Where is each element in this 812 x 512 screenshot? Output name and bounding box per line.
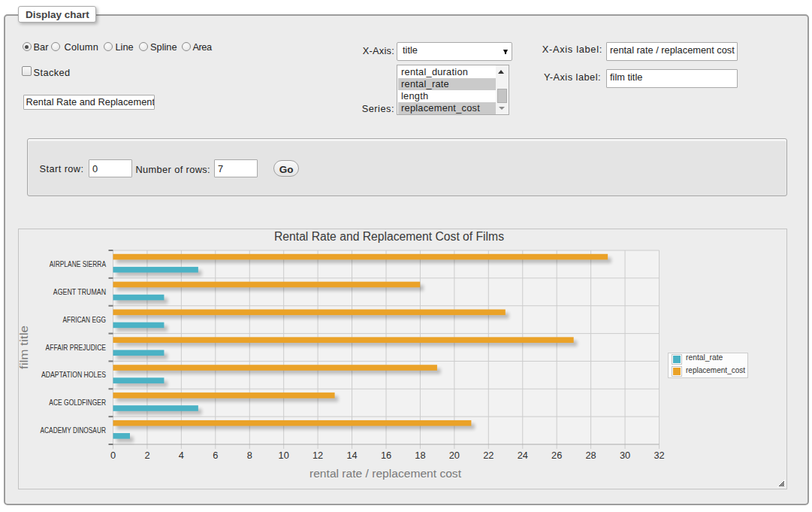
svg-text:10: 10 (279, 450, 289, 461)
svg-text:replacement_cost: replacement_cost (686, 365, 745, 374)
svg-text:30: 30 (620, 450, 630, 461)
svg-text:rental rate / replacement cost: rental rate / replacement cost (309, 468, 461, 480)
svg-text:Rental Rate and Replacement Co: Rental Rate and Replacement Cost of Film… (274, 230, 504, 243)
svg-text:32: 32 (654, 450, 664, 461)
svg-text:16: 16 (381, 450, 391, 461)
svg-text:0: 0 (110, 450, 116, 461)
svg-text:4: 4 (179, 450, 184, 461)
svg-text:26: 26 (551, 450, 562, 461)
svg-text:28: 28 (586, 450, 596, 461)
svg-text:2: 2 (144, 450, 149, 461)
svg-text:6: 6 (213, 450, 218, 461)
svg-text:20: 20 (449, 450, 460, 461)
svg-text:rental_rate: rental_rate (686, 353, 723, 362)
svg-text:AGENT TRUMAN: AGENT TRUMAN (53, 288, 106, 296)
svg-text:18: 18 (415, 450, 425, 461)
svg-text:8: 8 (247, 450, 252, 461)
svg-text:ADAPTATION HOLES: ADAPTATION HOLES (41, 371, 106, 379)
svg-text:ACADEMY DINOSAUR: ACADEMY DINOSAUR (41, 426, 107, 435)
svg-text:film title: film title (19, 326, 30, 369)
svg-text:24: 24 (518, 450, 528, 461)
svg-text:AIRPLANE SIERRA: AIRPLANE SIERRA (50, 260, 106, 268)
svg-text:14: 14 (346, 450, 357, 461)
svg-text:ACE GOLDFINGER: ACE GOLDFINGER (49, 398, 106, 407)
svg-text:AFRICAN EGG: AFRICAN EGG (63, 316, 107, 324)
svg-text:12: 12 (312, 450, 323, 461)
svg-text:AFFAIR PREJUDICE: AFFAIR PREJUDICE (46, 344, 106, 352)
svg-text:22: 22 (483, 450, 494, 461)
